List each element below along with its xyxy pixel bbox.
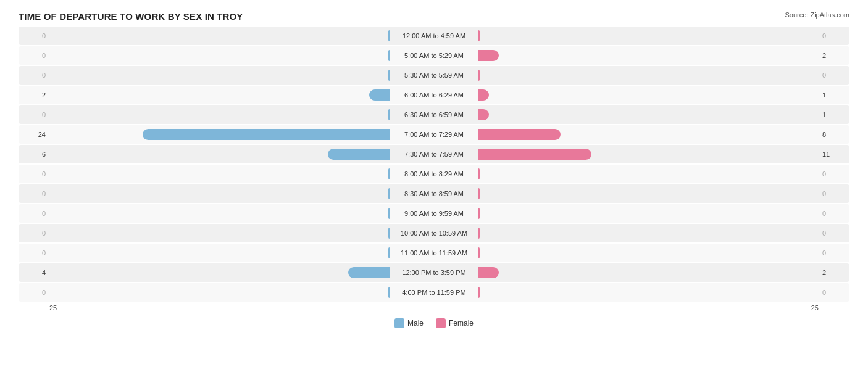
time-label: 5:30 AM to 5:59 AM [391, 72, 477, 79]
male-bar [388, 70, 390, 81]
male-value: 0 [19, 190, 49, 197]
female-value: 0 [819, 249, 849, 257]
male-bar [388, 30, 390, 41]
time-label: 6:30 AM to 6:59 AM [391, 111, 477, 118]
female-value: 0 [819, 32, 849, 39]
female-value: 2 [819, 52, 849, 59]
male-value: 0 [19, 32, 49, 39]
female-value: 1 [819, 111, 849, 118]
male-bar-container [49, 109, 391, 120]
male-bar-container [49, 228, 391, 239]
male-value: 0 [19, 52, 49, 59]
female-value: 0 [819, 190, 849, 197]
female-bar-container [477, 50, 819, 61]
female-value: 0 [819, 289, 849, 296]
female-bar-container [477, 109, 819, 120]
male-bar-container [49, 188, 391, 199]
time-label: 4:00 PM to 11:59 PM [391, 289, 477, 296]
time-label: 7:00 AM to 7:29 AM [391, 131, 477, 138]
male-bar-container [49, 129, 391, 140]
female-bar [478, 208, 480, 219]
chart-row: 26:00 AM to 6:29 AM1 [19, 86, 849, 104]
male-bar-container [49, 50, 391, 61]
female-bar [478, 287, 480, 298]
chart-row: 67:30 AM to 7:59 AM11 [19, 145, 849, 163]
female-bar-container [477, 247, 819, 258]
male-bar [388, 50, 390, 61]
male-bar [388, 247, 390, 258]
male-bar-container [49, 89, 391, 101]
female-bar [478, 70, 480, 81]
male-value: 0 [19, 289, 49, 296]
male-bar [369, 89, 390, 101]
male-legend-label: Male [407, 319, 424, 328]
female-bar [478, 267, 499, 278]
male-bar [143, 129, 390, 140]
chart-row: 05:00 AM to 5:29 AM2 [19, 46, 849, 65]
male-bar [388, 228, 390, 239]
time-label: 10:00 AM to 10:59 AM [391, 229, 477, 237]
chart-row: 011:00 AM to 11:59 AM0 [19, 244, 849, 262]
female-bar-container [477, 70, 819, 81]
female-value: 2 [819, 269, 849, 276]
male-bar [388, 188, 390, 199]
female-bar [478, 188, 480, 199]
male-bar [388, 287, 390, 298]
legend-male: Male [394, 318, 424, 328]
female-bar [478, 30, 480, 41]
time-label: 9:00 AM to 9:59 AM [391, 210, 477, 217]
time-label: 8:30 AM to 8:59 AM [391, 190, 477, 197]
male-bar [328, 149, 390, 160]
female-value: 0 [819, 170, 849, 178]
axis-bottom: 2525 [19, 303, 849, 311]
female-bar-container [477, 168, 819, 179]
chart-row: 247:00 AM to 7:29 AM8 [19, 125, 849, 144]
male-value: 6 [19, 151, 49, 158]
time-label: 11:00 AM to 11:59 AM [391, 249, 477, 257]
female-bar [478, 89, 489, 101]
female-bar-container [477, 228, 819, 239]
time-label: 5:00 AM to 5:29 AM [391, 52, 477, 59]
chart-row: 010:00 AM to 10:59 AM0 [19, 224, 849, 242]
female-bar-container [477, 208, 819, 219]
female-value: 0 [819, 72, 849, 79]
male-value: 0 [19, 210, 49, 217]
time-label: 7:30 AM to 7:59 AM [391, 151, 477, 158]
male-bar [348, 267, 390, 278]
chart-row: 05:30 AM to 5:59 AM0 [19, 66, 849, 85]
male-value: 0 [19, 170, 49, 178]
male-bar [388, 109, 390, 120]
time-label: 12:00 PM to 3:59 PM [391, 269, 477, 276]
female-bar [478, 50, 499, 61]
male-bar-container [49, 247, 391, 258]
male-value: 2 [19, 91, 49, 99]
female-bar-container [477, 287, 819, 298]
male-bar-container [49, 267, 391, 278]
chart-row: 08:00 AM to 8:29 AM0 [19, 165, 849, 183]
chart-container: TIME OF DEPARTURE TO WORK BY SEX IN TROY… [0, 0, 868, 367]
male-value: 24 [19, 131, 49, 138]
female-bar-container [477, 129, 819, 140]
legend-female: Female [436, 318, 474, 328]
male-bar-container [49, 168, 391, 179]
legend: Male Female [19, 318, 849, 328]
axis-right-label: 25 [811, 304, 819, 311]
axis-left-label: 25 [49, 304, 57, 311]
time-label: 8:00 AM to 8:29 AM [391, 170, 477, 178]
chart-row: 09:00 AM to 9:59 AM0 [19, 204, 849, 223]
female-bar-container [477, 267, 819, 278]
female-bar-container [477, 30, 819, 41]
male-bar-container [49, 287, 391, 298]
female-value: 0 [819, 229, 849, 237]
female-bar [478, 168, 480, 179]
chart-row: 012:00 AM to 4:59 AM0 [19, 27, 849, 45]
female-value: 8 [819, 131, 849, 138]
female-bar-container [477, 149, 819, 160]
time-label: 12:00 AM to 4:59 AM [391, 32, 477, 39]
female-bar [478, 228, 480, 239]
female-bar [478, 149, 591, 160]
time-label: 6:00 AM to 6:29 AM [391, 91, 477, 99]
female-bar [478, 109, 489, 120]
female-value: 1 [819, 91, 849, 99]
chart-row: 412:00 PM to 3:59 PM2 [19, 263, 849, 282]
